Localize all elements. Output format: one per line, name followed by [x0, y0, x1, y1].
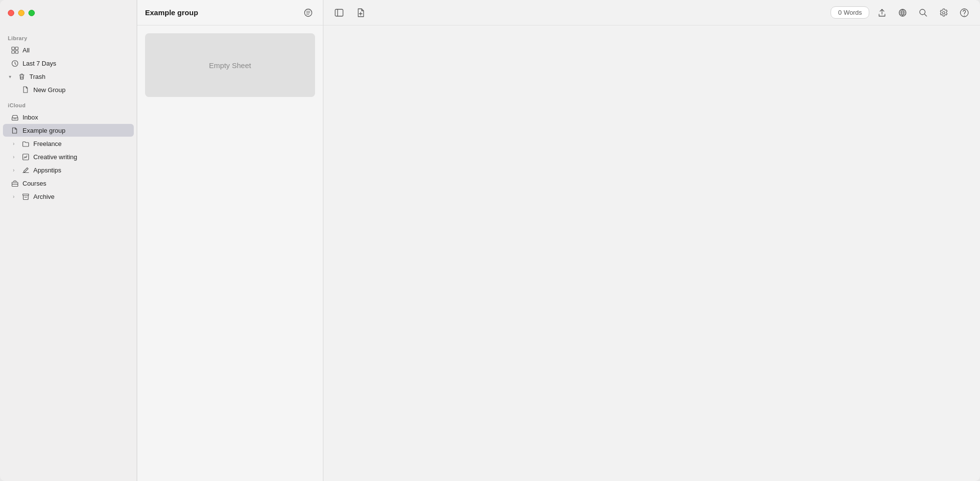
folder-icon	[22, 140, 29, 147]
svg-rect-6	[23, 154, 28, 160]
group-doc-icon	[11, 126, 19, 134]
toggle-sidebar-button[interactable]	[331, 5, 347, 21]
chart-icon	[22, 153, 29, 161]
editor-titlebar: 0 Words	[323, 0, 980, 25]
sort-button[interactable]	[301, 6, 315, 20]
minimize-button[interactable]	[18, 10, 24, 16]
empty-sheet-card[interactable]: Empty Sheet	[145, 33, 315, 97]
sidebar-item-example-group-label: Example group	[23, 127, 65, 134]
sidebar-item-archive[interactable]: › Archive	[3, 190, 134, 203]
publish-button[interactable]	[895, 5, 910, 21]
pencil-square-icon	[22, 166, 29, 174]
sidebar-item-last7days[interactable]: Last 7 Days	[3, 57, 134, 70]
svg-rect-3	[15, 50, 18, 53]
chevron-right-icon-4: ›	[11, 193, 17, 199]
editor-toolbar-right: 0 Words	[831, 5, 972, 21]
chevron-right-icon-3: ›	[11, 167, 17, 173]
help-button[interactable]	[956, 5, 972, 21]
sidebar-item-courses[interactable]: Courses	[3, 177, 134, 190]
sidebar-item-creative-writing-label: Creative writing	[33, 153, 77, 161]
sidebar-item-newgroup-label: New Group	[33, 86, 66, 94]
sidebar-item-creative-writing[interactable]: › Creative writing	[3, 150, 134, 163]
svg-rect-0	[12, 47, 15, 50]
sidebar-content: Library All	[0, 25, 137, 481]
share-button[interactable]	[874, 5, 890, 21]
sidebar-item-example-group[interactable]: Example group	[3, 124, 134, 137]
middle-content: Empty Sheet	[137, 25, 323, 481]
words-count: 0	[838, 9, 841, 16]
search-button[interactable]	[915, 5, 931, 21]
clock-icon	[11, 59, 19, 67]
svg-rect-10	[335, 9, 343, 16]
sidebar-item-last7days-label: Last 7 Days	[23, 60, 56, 67]
sidebar-item-courses-label: Courses	[23, 180, 46, 187]
sidebar-item-archive-label: Archive	[33, 193, 54, 200]
svg-rect-8	[23, 194, 28, 195]
sidebar-item-newgroup[interactable]: New Group	[3, 83, 134, 96]
close-button[interactable]	[8, 10, 14, 16]
chevron-right-icon-2: ›	[11, 154, 17, 160]
new-document-button[interactable]	[353, 5, 368, 21]
svg-point-14	[964, 15, 964, 15]
editor-content[interactable]	[323, 25, 980, 481]
sidebar-item-appsntips[interactable]: › Appsntips	[3, 164, 134, 176]
briefcase-icon	[11, 179, 19, 187]
svg-rect-1	[15, 47, 18, 50]
library-section-label: Library	[0, 29, 137, 43]
sidebar-item-appsntips-label: Appsntips	[33, 167, 61, 174]
svg-rect-2	[12, 50, 15, 53]
words-label: Words	[844, 9, 862, 16]
sidebar-item-freelance-label: Freelance	[33, 140, 62, 147]
sidebar-item-freelance[interactable]: › Freelance	[3, 137, 134, 150]
empty-sheet-label: Empty Sheet	[209, 61, 251, 70]
maximize-button[interactable]	[28, 10, 35, 16]
middle-titlebar: Example group	[137, 0, 323, 25]
chevron-right-icon: ›	[11, 141, 17, 146]
sidebar-item-all[interactable]: All	[3, 44, 134, 56]
sidebar-item-inbox[interactable]: Inbox	[3, 111, 134, 123]
icloud-section-label: iCloud	[0, 96, 137, 110]
words-badge: 0 Words	[831, 6, 869, 19]
sidebar-item-all-label: All	[23, 47, 29, 54]
doc-icon	[22, 86, 29, 94]
middle-panel: Example group Empty Sheet	[137, 0, 323, 481]
svg-point-11	[920, 9, 925, 15]
main-editor: 0 Words	[323, 0, 980, 481]
trash-icon	[18, 72, 25, 80]
sidebar: Library All	[0, 0, 137, 481]
traffic-lights	[8, 10, 35, 16]
chevron-down-icon: ▾	[7, 73, 13, 79]
tray-icon	[11, 113, 19, 121]
sidebar-titlebar	[0, 0, 137, 25]
sidebar-item-inbox-label: Inbox	[23, 114, 38, 121]
sidebar-item-trash[interactable]: ▾ Trash	[3, 70, 134, 83]
middle-panel-title: Example group	[145, 8, 198, 17]
sidebar-item-trash-label: Trash	[29, 73, 46, 80]
archive-icon	[22, 192, 29, 200]
editor-toolbar-left	[331, 5, 368, 21]
grid-icon	[11, 46, 19, 54]
svg-point-12	[943, 11, 945, 14]
settings-button[interactable]	[936, 5, 952, 21]
